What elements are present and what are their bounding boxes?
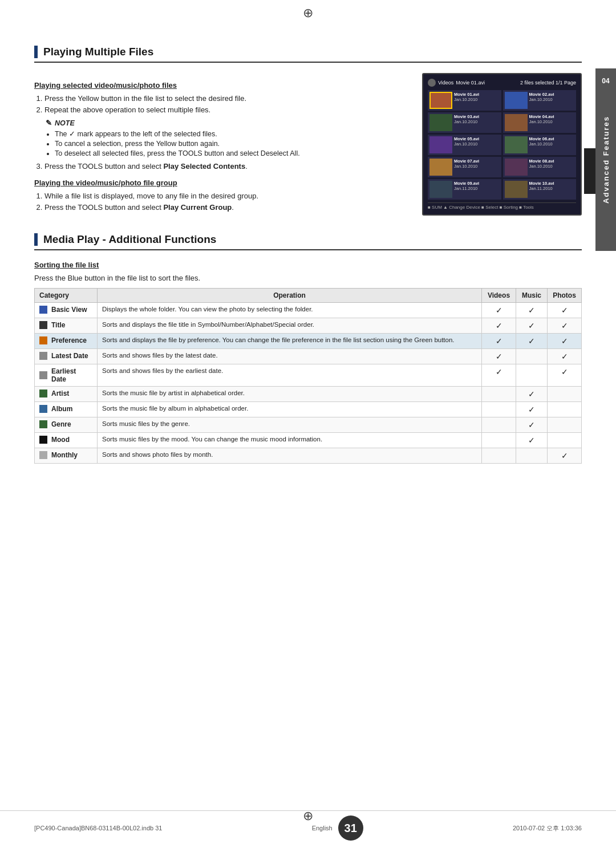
photos-check bbox=[548, 417, 582, 433]
sort-heading: Sorting the file list bbox=[34, 261, 582, 269]
col-header-operation: Operation bbox=[98, 289, 482, 303]
category-icon bbox=[39, 390, 47, 397]
tv-item-name: Movie 08.avi bbox=[529, 159, 554, 164]
table-row: GenreSorts music files by the genre.✓ bbox=[35, 417, 582, 433]
tv-item-date: Jan.10.2010 bbox=[454, 97, 479, 102]
music-check: ✓ bbox=[516, 303, 548, 318]
tv-item: Movie 07.avi Jan.10.2010 bbox=[428, 157, 501, 177]
col-header-music: Music bbox=[516, 289, 548, 303]
category-name: Earliest Date bbox=[51, 367, 92, 383]
section-header-bar2 bbox=[34, 233, 38, 246]
category-icon bbox=[39, 321, 47, 329]
checkmark-icon: ✓ bbox=[528, 321, 535, 330]
operation-cell: Sorts and shows files by the earliest da… bbox=[98, 364, 482, 387]
tv-item-info: Movie 05.avi Jan.10.2010 bbox=[454, 136, 479, 147]
checkmark-icon: ✓ bbox=[528, 390, 535, 399]
tv-thumb bbox=[429, 92, 452, 109]
checkmark-icon: ✓ bbox=[528, 405, 535, 414]
category-cell: Album bbox=[35, 402, 98, 417]
category-icon bbox=[39, 405, 47, 413]
footer-right: 2010-07-02 오후 1:03:36 bbox=[513, 824, 582, 833]
music-check: ✓ bbox=[516, 318, 548, 334]
tv-grid: Movie 01.avi Jan.10.2010 Movie 02.avi Ja… bbox=[428, 90, 576, 200]
sub2-heading: Playing the video/music/photo file group bbox=[34, 178, 411, 187]
tv-item: Movie 04.avi Jan.10.2010 bbox=[503, 112, 577, 133]
list-item: While a file list is displayed, move to … bbox=[44, 192, 411, 200]
chapter-label: Advanced Features bbox=[602, 116, 610, 204]
list-item: Press the Yellow button in the file list… bbox=[44, 94, 411, 103]
list-item: The ✓ mark appears to the left of the se… bbox=[55, 129, 411, 138]
tv-item-name: Movie 05.avi bbox=[454, 136, 479, 141]
videos-check: ✓ bbox=[482, 318, 516, 334]
category-icon bbox=[39, 352, 47, 360]
note-title: NOTE bbox=[46, 119, 411, 127]
tv-section-label: Videos bbox=[438, 80, 453, 86]
category-name: Genre bbox=[51, 420, 71, 428]
category-name: Mood bbox=[51, 436, 70, 444]
category-name: Preference bbox=[51, 336, 87, 344]
table-row: Earliest DateSorts and shows files by th… bbox=[35, 364, 582, 387]
tv-item-date: Jan.10.2010 bbox=[529, 119, 554, 124]
checkmark-icon: ✓ bbox=[528, 336, 535, 346]
music-check bbox=[516, 364, 548, 387]
videos-check: ✓ bbox=[482, 364, 516, 387]
tv-item-date: Jan.10.2010 bbox=[529, 97, 554, 102]
operation-cell: Sorts and displays the file title in Sym… bbox=[98, 318, 482, 334]
tv-title: Movie 01.avi bbox=[456, 80, 485, 86]
category-icon bbox=[39, 451, 47, 459]
tv-thumb bbox=[505, 159, 528, 176]
tv-thumb bbox=[429, 159, 452, 176]
tv-item: Movie 09.avi Jan.11.2010 bbox=[428, 179, 501, 200]
list-item: Repeat the above operation to select mul… bbox=[44, 106, 411, 114]
music-check: ✓ bbox=[516, 402, 548, 417]
category-name: Album bbox=[51, 405, 72, 413]
tv-thumb bbox=[429, 114, 452, 131]
tv-item-date: Jan.10.2010 bbox=[529, 141, 554, 147]
tv-item-date: Jan.11.2010 bbox=[454, 186, 479, 191]
operation-cell: Displays the whole folder. You can view … bbox=[98, 303, 482, 318]
category-cell: Artist bbox=[35, 387, 98, 402]
section1-content: Playing selected video/music/photo files… bbox=[34, 73, 582, 216]
list-item: Press the TOOLS button and select Play S… bbox=[44, 162, 411, 171]
category-name: Latest Date bbox=[51, 352, 88, 360]
checkmark-icon: ✓ bbox=[561, 451, 568, 460]
disc-icon bbox=[428, 79, 436, 87]
category-icon bbox=[39, 306, 47, 314]
operation-cell: Sorts and shows photo files by month. bbox=[98, 448, 482, 464]
operation-cell: Sorts music files by the genre. bbox=[98, 417, 482, 433]
tv-page-info: 2 files selected 1/1 Page bbox=[520, 80, 576, 86]
operation-cell: Sorts the music file by artist in alphab… bbox=[98, 387, 482, 402]
tv-item: Movie 06.avi Jan.10.2010 bbox=[503, 135, 577, 155]
checkmark-icon: ✓ bbox=[561, 321, 568, 330]
section1-header: Playing Multiple Files bbox=[34, 46, 582, 63]
section2-header: Media Play - Additional Functions bbox=[34, 233, 582, 250]
checkmark-icon: ✓ bbox=[496, 321, 502, 330]
category-name: Basic View bbox=[51, 306, 87, 314]
tv-thumb bbox=[505, 114, 528, 131]
checkmark-icon: ✓ bbox=[528, 436, 535, 445]
tv-item-date: Jan.11.2010 bbox=[529, 186, 554, 191]
table-row: MoodSorts music files by the mood. You c… bbox=[35, 433, 582, 448]
table-header-row: Category Operation Videos Music Photos bbox=[35, 289, 582, 303]
music-check bbox=[516, 349, 548, 364]
tv-item-name: Movie 01.avi bbox=[454, 92, 479, 97]
tv-footer-text: ■ SUM ▲ Change Device ■ Select ■ Sorting… bbox=[428, 205, 534, 210]
checkmark-icon: ✓ bbox=[561, 352, 568, 361]
tv-item-name: Movie 04.avi bbox=[529, 114, 554, 119]
tv-item-date: Jan.10.2010 bbox=[529, 164, 554, 169]
tv-item-info: Movie 01.avi Jan.10.2010 bbox=[454, 92, 479, 102]
chapter-tab: 04 Advanced Features bbox=[595, 68, 616, 251]
sub1-step3: Press the TOOLS button and select Play S… bbox=[44, 162, 411, 171]
sub1-steps: Press the Yellow button in the file list… bbox=[44, 94, 411, 114]
section-media-play: Media Play - Additional Functions Sortin… bbox=[34, 233, 582, 464]
checkmark-icon: ✓ bbox=[496, 336, 502, 346]
videos-check bbox=[482, 417, 516, 433]
checkmark-icon: ✓ bbox=[561, 306, 568, 315]
col-header-category: Category bbox=[35, 289, 98, 303]
checkmark-icon: ✓ bbox=[528, 420, 535, 429]
photos-check: ✓ bbox=[548, 349, 582, 364]
operation-cell: Sorts music files by the mood. You can c… bbox=[98, 433, 482, 448]
photos-check: ✓ bbox=[548, 364, 582, 387]
tv-item-name: Movie 06.avi bbox=[529, 136, 554, 141]
videos-check bbox=[482, 387, 516, 402]
